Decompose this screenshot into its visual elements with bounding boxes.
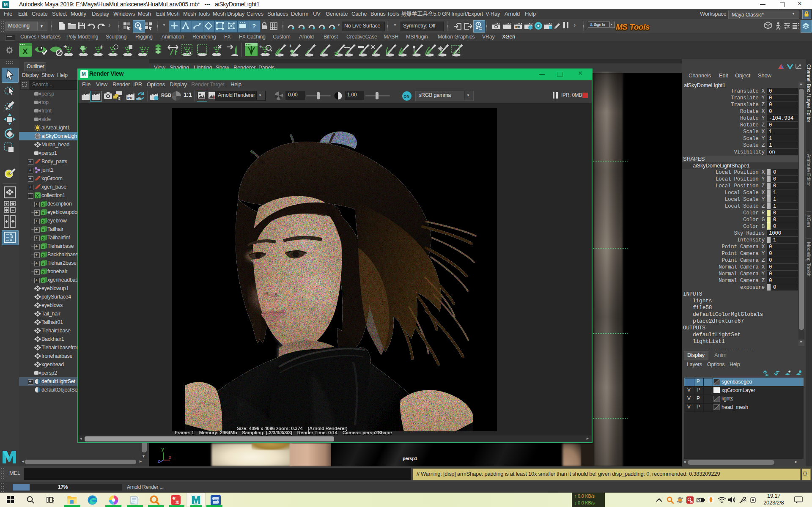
svg-text:+: + [63,44,67,50]
svg-text:X: X [42,262,44,266]
svg-text:X: X [42,270,44,274]
svg-text:X: X [42,219,44,224]
svg-text:X: X [42,211,44,215]
svg-text:IPR: IPR [136,97,142,101]
svg-text:MAYA: MAYA [193,503,198,505]
svg-text:X: X [42,253,44,258]
svg-text:X: X [22,47,28,56]
svg-text:y: y [162,447,164,452]
svg-text:z: z [158,458,160,463]
svg-text:?: ? [252,22,256,30]
svg-text:X: X [36,193,39,198]
svg-text:X: X [42,228,44,232]
svg-text:IPR: IPR [127,96,132,99]
svg-text:+: + [788,370,790,374]
svg-text:X: X [42,203,44,207]
svg-text:+: + [259,44,263,50]
svg-text:X: X [42,236,44,241]
svg-text:道: 道 [175,500,179,504]
svg-text:x: x [169,455,171,460]
svg-text:X: X [42,279,44,283]
svg-text:ON: ON [404,94,410,99]
svg-text:X: X [42,245,44,249]
svg-text:有: 有 [172,496,176,500]
svg-text:IPR: IPR [515,26,520,29]
svg-text:+: + [100,44,104,50]
svg-text:+: + [289,44,292,49]
svg-text:S: S [118,96,121,101]
